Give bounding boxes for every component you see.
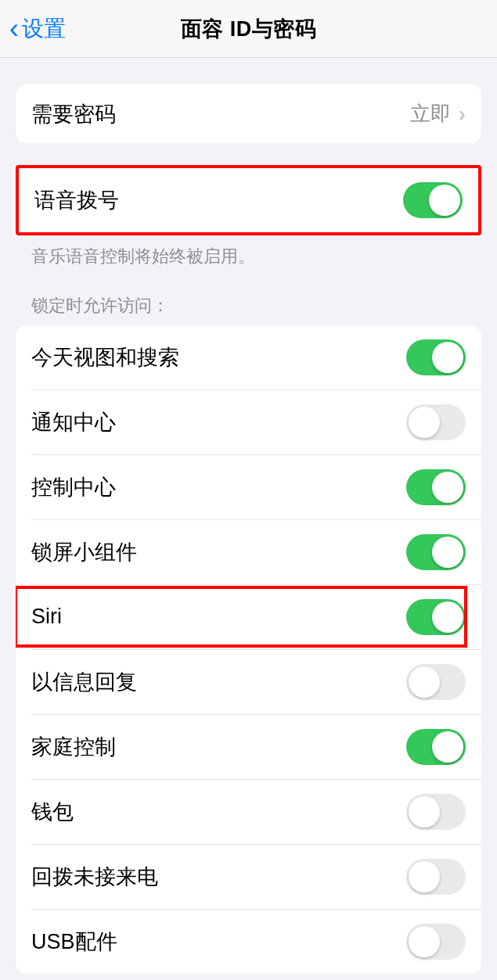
locked-access-item-label: USB配件	[31, 928, 117, 956]
locked-access-row: 家庭控制	[31, 714, 481, 779]
locked-access-row: 回拨未接来电	[31, 844, 481, 909]
toggle-knob-icon	[432, 342, 463, 373]
voice-dial-toggle[interactable]	[403, 182, 463, 218]
require-passcode-label: 需要密码	[31, 100, 116, 128]
navigation-header: ‹ 设置 面容 ID与密码	[0, 0, 497, 58]
toggle-knob-icon	[409, 861, 440, 892]
toggle-knob-icon	[432, 731, 463, 763]
chevron-left-icon: ‹	[9, 15, 19, 43]
locked-access-toggle[interactable]	[406, 794, 466, 830]
voice-dial-label: 语音拨号	[34, 186, 119, 214]
locked-access-toggle[interactable]	[406, 859, 466, 895]
locked-access-group: 今天视图和搜索通知中心控制中心锁屏小组件Siri以信息回复家庭控制钱包回拨未接来…	[16, 325, 481, 974]
locked-access-row: 今天视图和搜索	[16, 325, 481, 389]
locked-access-item-label: Siri	[31, 605, 62, 629]
locked-access-item-label: 锁屏小组件	[31, 538, 137, 566]
page-title: 面容 ID与密码	[181, 15, 317, 43]
toggle-knob-icon	[432, 537, 463, 568]
locked-access-row: USB配件	[31, 909, 481, 974]
chevron-right-icon: ›	[459, 102, 466, 127]
back-label: 设置	[22, 14, 66, 44]
require-passcode-row[interactable]: 需要密码 立即 ›	[16, 84, 481, 143]
locked-access-row: Siri	[31, 584, 481, 649]
voice-dial-footer: 音乐语音控制将始终被启用。	[16, 235, 481, 269]
locked-access-item-label: 控制中心	[31, 473, 116, 501]
require-passcode-detail: 立即 ›	[410, 100, 466, 127]
locked-access-toggle[interactable]	[406, 469, 466, 505]
toggle-knob-icon	[409, 666, 440, 698]
toggle-knob-icon	[432, 601, 463, 633]
locked-access-toggle[interactable]	[406, 729, 466, 765]
toggle-knob-icon	[409, 926, 440, 957]
voice-dial-row: 语音拨号	[19, 168, 478, 232]
require-passcode-value: 立即	[410, 100, 451, 127]
locked-access-toggle[interactable]	[406, 404, 466, 440]
locked-access-item-label: 家庭控制	[31, 733, 116, 761]
toggle-knob-icon	[409, 407, 440, 438]
toggle-knob-icon	[432, 472, 463, 503]
locked-access-item-label: 以信息回复	[31, 668, 137, 696]
locked-access-item-label: 通知中心	[31, 408, 116, 436]
locked-access-item-label: 钱包	[31, 798, 74, 826]
locked-access-toggle[interactable]	[406, 664, 466, 700]
locked-access-row: 通知中心	[31, 389, 481, 454]
back-button[interactable]: ‹ 设置	[0, 14, 66, 44]
locked-access-header: 锁定时允许访问：	[16, 269, 481, 325]
toggle-knob-icon	[409, 796, 440, 827]
locked-access-item-label: 今天视图和搜索	[31, 343, 179, 372]
locked-access-row: 以信息回复	[31, 649, 481, 714]
locked-access-toggle[interactable]	[406, 599, 466, 635]
locked-access-item-label: 回拨未接来电	[31, 863, 158, 891]
locked-access-toggle[interactable]	[406, 534, 466, 570]
locked-access-row: 钱包	[31, 779, 481, 844]
locked-access-row: 控制中心	[31, 454, 481, 519]
toggle-knob-icon	[429, 185, 460, 216]
locked-access-toggle[interactable]	[406, 339, 466, 375]
locked-access-row: 锁屏小组件	[31, 519, 481, 584]
locked-access-toggle[interactable]	[406, 924, 466, 960]
passcode-group: 需要密码 立即 ›	[16, 84, 481, 143]
locked-access-footer: iPhone 锁定超过一小时后，需先解锁iPhone 才能允许USB 配件连接。	[16, 974, 481, 980]
voice-dial-group: 语音拨号	[16, 165, 481, 235]
